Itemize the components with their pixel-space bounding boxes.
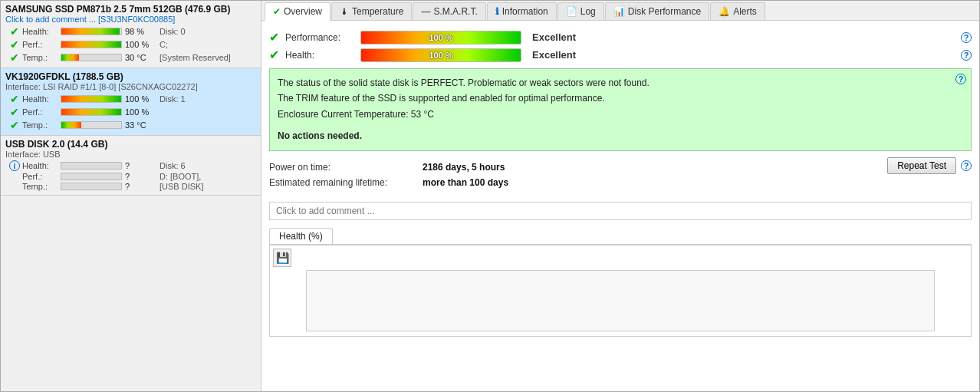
performance-bar: 100 % bbox=[360, 31, 521, 44]
perf-value-usb: ? bbox=[125, 172, 159, 181]
temp-check-icon-vk1920: ✔ bbox=[8, 119, 21, 131]
tab-alerts-label: Alerts bbox=[733, 6, 757, 17]
perf-value-vk1920: 100 % bbox=[125, 107, 159, 117]
temp-value-vk1920: 33 °C bbox=[125, 120, 159, 130]
temp-bar-usb bbox=[61, 183, 122, 190]
status-box-help-icon[interactable]: ? bbox=[955, 74, 966, 84]
temp-label-vk1920: Temp.: bbox=[22, 120, 61, 130]
stat-row-health-usb: i Health: ? Disk: 6 bbox=[5, 160, 256, 171]
disk-interface-usb: Interface: USB bbox=[5, 150, 256, 159]
disk-name-usb: USB DISK 2.0 (14.4 GB) bbox=[5, 139, 256, 150]
health-check-icon: ✔ bbox=[269, 48, 279, 62]
right-panel: ✔ Overview 🌡 Temperature — S.M.A.R.T. ℹ … bbox=[261, 1, 979, 391]
performance-bar-fill: 100 % bbox=[361, 31, 521, 44]
performance-metric-row: ✔ Performance: 100 % Excellent ? bbox=[269, 30, 972, 44]
remaining-lifetime-label: Estimated remaining lifetime: bbox=[269, 177, 423, 188]
health-bar-text: 100 % bbox=[429, 51, 452, 60]
tab-disk-performance[interactable]: 📊 Disk Performance bbox=[605, 2, 709, 20]
status-line5: No actions needed. bbox=[278, 128, 963, 143]
app-container: SAMSUNG SSD PM871b 2.5 7mm 512GB (476.9 … bbox=[0, 0, 980, 392]
performance-check-icon: ✔ bbox=[269, 30, 279, 44]
performance-metric-label: Performance: bbox=[285, 32, 354, 43]
perf-label-usb: Perf.: bbox=[22, 172, 61, 181]
performance-rating: Excellent bbox=[532, 31, 576, 43]
disk-item-usb[interactable]: USB DISK 2.0 (14.4 GB) Interface: USB i … bbox=[1, 136, 261, 196]
tab-overview[interactable]: ✔ Overview bbox=[265, 2, 331, 21]
performance-help-icon[interactable]: ? bbox=[961, 32, 972, 43]
perf-check-icon-vk1920: ✔ bbox=[8, 106, 21, 118]
tab-disk-performance-icon: 📊 bbox=[613, 6, 625, 17]
health-bar-usb bbox=[61, 162, 122, 170]
left-panel: SAMSUNG SSD PM871b 2.5 7mm 512GB (476.9 … bbox=[1, 1, 261, 391]
temp-extra-samsung: [System Reserved] bbox=[159, 53, 231, 62]
power-on-value: 2186 days, 5 hours bbox=[423, 162, 505, 173]
tab-information-label: Information bbox=[502, 6, 548, 17]
health-extra-samsung: Disk: 0 bbox=[159, 27, 186, 36]
health-label-samsung: Health: bbox=[22, 27, 61, 36]
tab-log-icon: 📄 bbox=[566, 6, 577, 17]
chart-tab-bar: Health (%) bbox=[269, 228, 972, 245]
info-stats-left: Power on time: 2186 days, 5 hours Estima… bbox=[269, 157, 872, 193]
stat-row-temp-samsung: ✔ Temp.: 30 °C [System Reserved] bbox=[5, 51, 256, 64]
status-line2: The TRIM feature of the SSD is supported… bbox=[278, 91, 963, 106]
temp-label-usb: Temp.: bbox=[22, 182, 61, 191]
health-bar: 100 % bbox=[360, 48, 521, 62]
right-content: ✔ Performance: 100 % Excellent ? ✔ Healt… bbox=[261, 21, 979, 391]
tab-bar: ✔ Overview 🌡 Temperature — S.M.A.R.T. ℹ … bbox=[261, 1, 979, 21]
health-label-vk1920: Health: bbox=[22, 94, 61, 104]
comment-input[interactable] bbox=[269, 202, 972, 220]
power-on-row: Power on time: 2186 days, 5 hours bbox=[269, 162, 872, 173]
perf-extra-usb: D: [BOOT], bbox=[159, 172, 201, 181]
chart-save-button[interactable]: 💾 bbox=[273, 249, 291, 267]
tab-log-label: Log bbox=[580, 6, 596, 17]
disk-comment-samsung[interactable]: Click to add comment ... [S3U3NF0KC00885… bbox=[5, 15, 256, 24]
chart-tab-health[interactable]: Health (%) bbox=[269, 228, 333, 244]
perf-bar-usb bbox=[61, 173, 122, 180]
stat-row-temp-usb: Temp.: ? [USB DISK] bbox=[5, 182, 256, 191]
health-info-icon-usb: i bbox=[8, 160, 21, 171]
temp-bar-samsung bbox=[61, 54, 122, 61]
perf-label-vk1920: Perf.: bbox=[22, 107, 61, 117]
tab-information[interactable]: ℹ Information bbox=[487, 2, 557, 20]
health-check-icon-vk1920: ✔ bbox=[8, 93, 21, 105]
health-bar-vk1920 bbox=[61, 95, 122, 103]
tab-disk-performance-label: Disk Performance bbox=[628, 6, 701, 17]
perf-label-samsung: Perf.: bbox=[22, 40, 61, 49]
temp-bar-vk1920 bbox=[61, 121, 122, 129]
temp-value-usb: ? bbox=[125, 182, 159, 191]
status-line3: Enclosure Current Temperature: 53 °C bbox=[278, 107, 963, 122]
status-box: The status of the solid state disk is PE… bbox=[269, 68, 972, 151]
chart-area: 💾 bbox=[269, 245, 972, 337]
health-bar-samsung bbox=[61, 28, 122, 35]
disk-name-samsung: SAMSUNG SSD PM871b 2.5 7mm 512GB (476.9 … bbox=[5, 4, 256, 15]
disk-item-vk1920[interactable]: VK1920GFDKL (1788.5 GB) Interface: LSI R… bbox=[1, 68, 261, 136]
repeat-test-button[interactable]: Repeat Test bbox=[887, 157, 956, 174]
performance-bar-text: 100 % bbox=[429, 33, 452, 42]
tab-smart[interactable]: — S.M.A.R.T. bbox=[413, 2, 485, 20]
perf-bar-vk1920 bbox=[61, 108, 122, 116]
repeat-test-help-icon[interactable]: ? bbox=[961, 160, 972, 171]
health-help-icon[interactable]: ? bbox=[961, 50, 972, 61]
stat-row-health-vk1920: ✔ Health: 100 % Disk: 1 bbox=[5, 93, 256, 105]
stat-row-health-samsung: ✔ Health: 98 % Disk: 0 bbox=[5, 25, 256, 38]
tab-temperature[interactable]: 🌡 Temperature bbox=[331, 2, 412, 20]
health-metric-label: Health: bbox=[285, 50, 354, 61]
tab-log[interactable]: 📄 Log bbox=[557, 2, 604, 20]
tab-alerts[interactable]: 🔔 Alerts bbox=[710, 2, 765, 20]
remaining-lifetime-value: more than 100 days bbox=[423, 177, 508, 188]
perf-extra-samsung: C; bbox=[159, 40, 168, 49]
remaining-lifetime-row: Estimated remaining lifetime: more than … bbox=[269, 177, 872, 188]
health-extra-usb: Disk: 6 bbox=[159, 161, 186, 170]
disk-item-samsung[interactable]: SAMSUNG SSD PM871b 2.5 7mm 512GB (476.9 … bbox=[1, 1, 261, 68]
perf-value-samsung: 100 % bbox=[125, 40, 159, 49]
perf-check-icon-samsung: ✔ bbox=[8, 38, 21, 51]
disk-interface-vk1920: Interface: LSI RAID #1/1 [8-0] [S26CNXAG… bbox=[5, 82, 256, 91]
health-label-usb: Health: bbox=[22, 161, 61, 170]
temp-extra-usb: [USB DISK] bbox=[159, 182, 203, 191]
health-extra-vk1920: Disk: 1 bbox=[159, 94, 186, 104]
repeat-test-area: Repeat Test ? bbox=[887, 157, 972, 174]
tab-alerts-icon: 🔔 bbox=[719, 6, 730, 17]
temp-value-samsung: 30 °C bbox=[125, 53, 159, 62]
info-stats-row: Power on time: 2186 days, 5 hours Estima… bbox=[269, 157, 972, 193]
save-icon: 💾 bbox=[276, 252, 289, 264]
